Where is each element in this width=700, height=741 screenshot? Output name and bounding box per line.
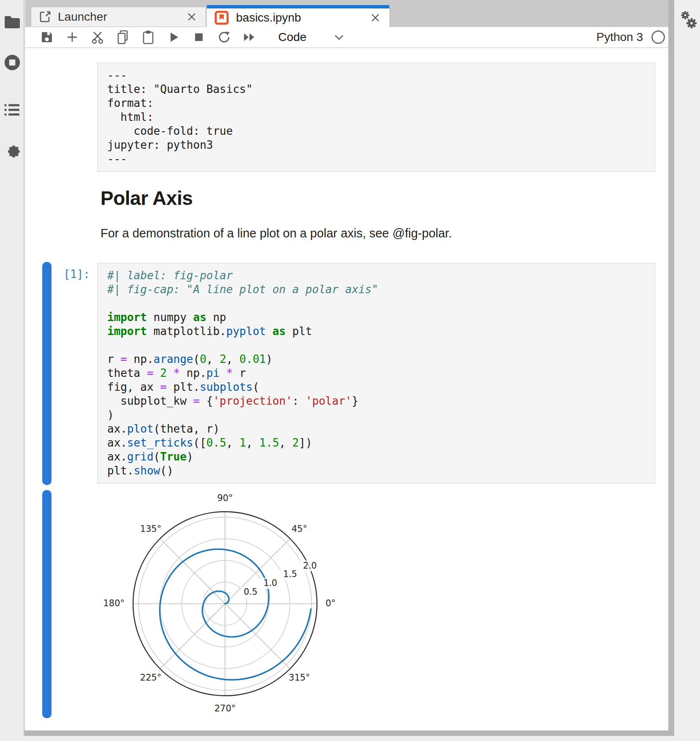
sidebar-item-extension-manager[interactable]: [4, 144, 21, 162]
close-tab-launcher-icon[interactable]: [185, 11, 198, 23]
cell-type-select[interactable]: Code: [278, 30, 307, 44]
svg-text:1.5: 1.5: [283, 569, 297, 579]
stop-icon: [193, 31, 205, 43]
sidebar-item-file-browser[interactable]: [4, 13, 21, 31]
folder-icon: [4, 15, 21, 29]
tab-launcher-label: Launcher: [58, 10, 107, 24]
clipboard-icon: [141, 30, 155, 44]
desktop-bottom-strip: [0, 736, 700, 741]
sidebar-item-table-of-contents[interactable]: [4, 101, 21, 119]
plus-icon: [66, 31, 79, 44]
raw-cell-yaml[interactable]: --- title: "Quarto Basics" format: html:…: [97, 63, 655, 172]
chevron-down-icon[interactable]: [333, 32, 345, 42]
window-border-right: [668, 0, 674, 736]
gears-icon[interactable]: [679, 10, 699, 31]
left-activity-bar: [0, 0, 24, 736]
svg-text:315°: 315°: [289, 673, 310, 683]
window-border-bottom: [0, 730, 674, 736]
svg-text:2.0: 2.0: [303, 561, 317, 571]
svg-text:90°: 90°: [217, 493, 233, 503]
save-icon: [40, 30, 54, 44]
tab-basics-ipynb[interactable]: basics.ipynb: [207, 5, 389, 27]
svg-text:270°: 270°: [214, 703, 236, 714]
code-cell-collapser[interactable]: [42, 262, 52, 485]
sidebar-item-running-kernels[interactable]: [4, 53, 21, 72]
polar-plot-output: 0°45°90°135°180°225°270°315°0.51.01.52.0: [100, 491, 370, 727]
stop-circle-icon: [4, 53, 21, 72]
run-button[interactable]: [166, 30, 181, 45]
code-cell-text: #| label: fig-polar#| fig-cap: "A line p…: [107, 269, 645, 478]
svg-text:0.5: 0.5: [244, 587, 258, 597]
close-tab-basics-icon[interactable]: [369, 11, 382, 24]
launcher-icon: [39, 11, 52, 23]
notebook-content: --- title: "Quarto Basics" format: html:…: [25, 49, 668, 730]
kernel-name[interactable]: Python 3: [596, 30, 643, 44]
puzzle-icon: [4, 144, 21, 162]
main-dock-panel: Launcher basics.ipynb: [25, 0, 668, 730]
svg-text:45°: 45°: [291, 524, 307, 534]
fast-forward-icon: [242, 31, 257, 44]
restart-run-all-button[interactable]: [242, 30, 257, 45]
kernel-status-icon[interactable]: [651, 30, 665, 44]
svg-text:1.0: 1.0: [263, 578, 277, 588]
tab-basics-label: basics.ipynb: [236, 11, 301, 25]
interrupt-kernel-button[interactable]: [192, 30, 206, 45]
svg-text:225°: 225°: [140, 673, 162, 683]
save-button[interactable]: [40, 30, 54, 45]
list-icon: [4, 103, 20, 117]
raw-cell-text: --- title: "Quarto Basics" format: html:…: [107, 68, 645, 166]
tab-bar: Launcher basics.ipynb: [25, 0, 668, 27]
insert-cell-button[interactable]: [65, 30, 79, 45]
copy-cell-button[interactable]: [116, 30, 130, 45]
svg-text:180°: 180°: [103, 598, 125, 608]
jupyterlab-window: Launcher basics.ipynb: [0, 0, 700, 741]
markdown-paragraph: For a demonstration of a line plot on a …: [100, 226, 452, 240]
cut-cell-button[interactable]: [90, 30, 105, 45]
run-icon: [167, 31, 180, 44]
copy-icon: [116, 30, 130, 44]
notebook-toolbar: Code Python 3: [25, 27, 668, 48]
notebook-icon: [214, 11, 229, 25]
restart-icon: [217, 30, 231, 44]
tab-launcher[interactable]: Launcher: [31, 7, 206, 27]
markdown-heading: Polar Axis: [100, 187, 193, 210]
execution-count: [1]:: [25, 268, 90, 281]
scissors-icon: [90, 30, 105, 44]
restart-kernel-button[interactable]: [217, 30, 231, 45]
svg-text:0°: 0°: [326, 598, 336, 608]
output-collapser[interactable]: [42, 490, 52, 718]
paste-cell-button[interactable]: [141, 30, 155, 45]
code-cell-editor[interactable]: #| label: fig-polar#| fig-cap: "A line p…: [97, 263, 655, 484]
svg-text:135°: 135°: [140, 524, 162, 534]
desktop-right-strip: [674, 0, 700, 741]
